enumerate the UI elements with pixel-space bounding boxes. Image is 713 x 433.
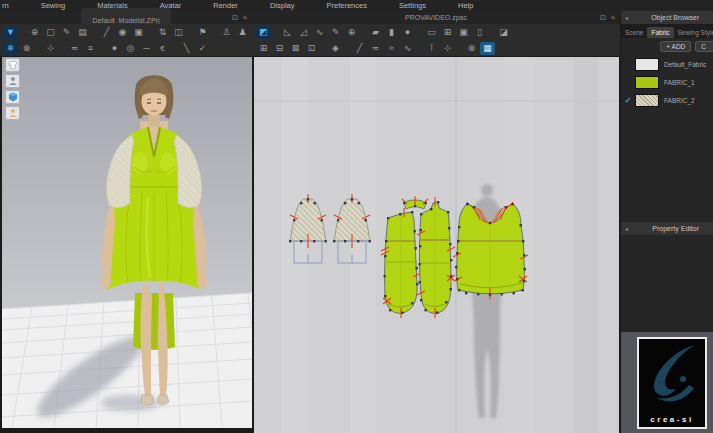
- copy-fabric-button-truncated[interactable]: C: [695, 41, 713, 52]
- fabric-row-default[interactable]: Default_Fabric: [621, 55, 713, 73]
- collapse-icon[interactable]: ◂: [625, 225, 628, 232]
- select-lasso-tool-icon[interactable]: ✎: [59, 26, 74, 39]
- symmetry-tool-icon[interactable]: ◈: [328, 42, 343, 55]
- polygon-tool-icon[interactable]: ▰: [368, 26, 383, 39]
- select-move-tool-icon[interactable]: ⊕: [27, 26, 42, 39]
- crea-si-swoosh-icon: [639, 341, 703, 407]
- 2d-pattern-canvas[interactable]: [254, 57, 619, 433]
- property-editor-header[interactable]: ◂ Property Editor: [621, 222, 713, 235]
- unfold-pattern-tool-icon[interactable]: ⊠: [288, 42, 303, 55]
- measure-tool-icon[interactable]: ╲: [179, 42, 194, 55]
- 3d-avatar-canvas[interactable]: [2, 57, 252, 428]
- mirror-pattern-tool-icon[interactable]: ⊟: [272, 42, 287, 55]
- circle-tool-icon[interactable]: ●: [400, 26, 415, 39]
- close-window-icon[interactable]: ×: [243, 13, 247, 22]
- freeze-tool-icon[interactable]: ❄: [3, 42, 18, 55]
- sew-free-tool-icon[interactable]: ◉: [115, 26, 130, 39]
- tab-sewing-style[interactable]: Sewing Style: [674, 27, 713, 38]
- pin-tool-icon[interactable]: ╱: [99, 26, 114, 39]
- sew-segment-tool-icon[interactable]: ▣: [131, 26, 146, 39]
- close-window-icon[interactable]: ×: [611, 13, 615, 22]
- show-arrangement-button[interactable]: [5, 90, 20, 104]
- edit-curve-tool-icon[interactable]: ∿: [312, 26, 327, 39]
- dart-grid-tool-icon[interactable]: ⊞: [440, 26, 455, 39]
- elastic-tool-icon[interactable]: €: [155, 42, 170, 55]
- seam-curve-tool-icon[interactable]: ∿: [400, 42, 415, 55]
- dart-tool-icon[interactable]: ▭: [424, 26, 439, 39]
- deactivate-tool-icon[interactable]: ⊗: [19, 42, 34, 55]
- show-avatar-button[interactable]: [5, 74, 20, 88]
- deactivate2d-tool-icon[interactable]: ⊗: [464, 42, 479, 55]
- fabric-check-icon[interactable]: ✓: [621, 96, 635, 105]
- toolbar-2d-row2: ⊞ ⊟ ⊠ ⊡ ◈ ╱ ≂ ≈ ∿ ⊺ ⊹ ⊗ ▦: [252, 40, 620, 56]
- fold-arrange-tool-icon[interactable]: ≡: [83, 42, 98, 55]
- copy-pattern-tool-icon[interactable]: ⊞: [256, 42, 271, 55]
- fabric-swatch: [635, 94, 659, 107]
- walk-avatar-tool-icon[interactable]: ⚑: [195, 26, 210, 39]
- toolbar-3d-row1: ▼ ⊕ ▢ ✎ ▤ ╱ ◉ ▣ ⇅ ◫ ⚑ ♙ ♟: [0, 24, 252, 40]
- fabric-name: Default_Fabric: [664, 61, 706, 68]
- object-browser-header[interactable]: ◂ Object Browser: [621, 11, 713, 24]
- hide-avatar-tool-icon[interactable]: ♟: [235, 26, 250, 39]
- 2d-window-titlebar: PROVAVIDEO.zpac ⊡ ×: [252, 11, 620, 24]
- fold-line-tool-icon[interactable]: ≂: [67, 42, 82, 55]
- clo3d-application-window: rn Sewing Materials Avatar Render Displa…: [0, 0, 713, 433]
- menu-item-settings[interactable]: Settings: [399, 1, 426, 10]
- toolbar-2d-row1: ◩ ◺ ◿ ∿ ✎ ⊕ ▰ ▮ ● ▭ ⊞ ▣ ▯ ◪: [252, 24, 620, 40]
- arrange-pair-tool-icon[interactable]: ⇅: [155, 26, 170, 39]
- collapse-icon[interactable]: ◂: [625, 14, 628, 21]
- tab-fabric[interactable]: Fabric: [647, 27, 673, 38]
- menu-item-sewing[interactable]: Sewing: [41, 1, 66, 10]
- arrange-plane-tool-icon[interactable]: ◫: [171, 26, 186, 39]
- show-garment-button[interactable]: [5, 58, 20, 72]
- fabric-row-2[interactable]: ✓ FABRIC_2: [621, 91, 713, 109]
- show-avatar-tool-icon[interactable]: ♙: [219, 26, 234, 39]
- avatar-icon: [8, 76, 18, 86]
- clone-pattern-tool-icon[interactable]: ⊡: [304, 42, 319, 55]
- solidify-a-tool-icon[interactable]: ●: [107, 42, 122, 55]
- 2d-window-title: PROVAVIDEO.zpac: [405, 14, 467, 21]
- edit-point-tool-icon[interactable]: ◿: [296, 26, 311, 39]
- toolbar-3d-row2: ❄ ⊗ ⊹ ≂ ≡ ● ◎ ─ € ╲ ✓: [0, 40, 252, 56]
- property-editor-title: Property Editor: [652, 225, 709, 232]
- seam-line-tool-icon[interactable]: ╱: [352, 42, 367, 55]
- fabric-swatch: [635, 76, 659, 89]
- edit-pattern-tool-icon[interactable]: ◺: [280, 26, 295, 39]
- menu-item-render[interactable]: Render: [213, 1, 238, 10]
- check-tool-icon[interactable]: ✓: [195, 42, 210, 55]
- edit-curvature-tool-icon[interactable]: ✎: [328, 26, 343, 39]
- restore-window-icon[interactable]: ⊡: [232, 13, 238, 22]
- solidify-b-tool-icon[interactable]: ◎: [123, 42, 138, 55]
- fabric-row-1[interactable]: FABRIC_1: [621, 73, 713, 91]
- crea-si-logo: crea-si: [637, 337, 707, 429]
- restore-window-icon[interactable]: ⊡: [600, 13, 606, 22]
- pin-move-tool-icon[interactable]: ⊹: [43, 42, 58, 55]
- seam-wave-tool-icon[interactable]: ≈: [384, 42, 399, 55]
- menu-item-pattern-truncated[interactable]: rn: [2, 1, 9, 10]
- add-fabric-button[interactable]: + ADD: [660, 41, 691, 52]
- show-skin-button[interactable]: [5, 106, 20, 120]
- dart-slim-tool-icon[interactable]: ▯: [472, 26, 487, 39]
- dart-square-tool-icon[interactable]: ▣: [456, 26, 471, 39]
- rectangle-tool-icon[interactable]: ▮: [384, 26, 399, 39]
- menu-item-display[interactable]: Display: [270, 1, 295, 10]
- 2d-pattern-viewport[interactable]: [254, 57, 619, 433]
- add-point-tool-icon[interactable]: ⊕: [344, 26, 359, 39]
- simulate-tool-icon[interactable]: ▼: [3, 26, 18, 39]
- fabric-swatch: [635, 58, 659, 71]
- texture-view-tool-icon[interactable]: ▦: [480, 42, 495, 55]
- stroke-tool-icon[interactable]: ─: [139, 42, 154, 55]
- transform-pattern-tool-icon[interactable]: ◩: [256, 26, 271, 39]
- object-browser-title: Object Browser: [651, 14, 709, 21]
- import-tool-icon[interactable]: ▤: [75, 26, 90, 39]
- select-box-tool-icon[interactable]: ▢: [43, 26, 58, 39]
- pin-vertical-tool-icon[interactable]: ⊺: [424, 42, 439, 55]
- tab-scene[interactable]: Scene: [621, 27, 647, 38]
- skin-avatar-icon: [8, 108, 18, 118]
- menu-item-help[interactable]: Help: [458, 1, 473, 10]
- 3d-viewport[interactable]: [2, 57, 252, 428]
- pin-cross-tool-icon[interactable]: ⊹: [440, 42, 455, 55]
- menu-item-preferences[interactable]: Preferences: [326, 1, 366, 10]
- brush-tool-icon[interactable]: ◪: [496, 26, 511, 39]
- seam-double-tool-icon[interactable]: ≂: [368, 42, 383, 55]
